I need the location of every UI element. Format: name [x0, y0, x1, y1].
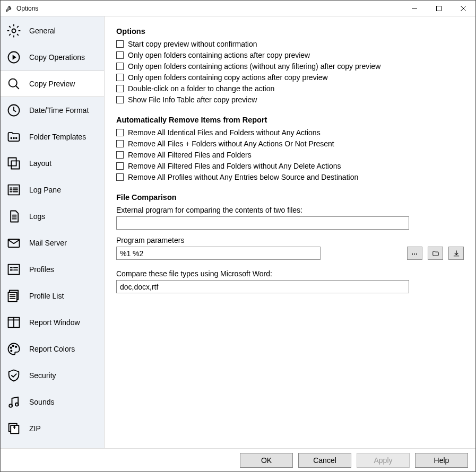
mail-server-icon	[6, 235, 22, 251]
sidebar-item-label: Folder Templates	[29, 133, 86, 141]
program-params-label: Program parameters	[116, 236, 321, 244]
logs-icon	[6, 208, 22, 224]
svg-rect-26	[8, 265, 20, 275]
cancel-button[interactable]: Cancel	[298, 453, 351, 468]
ellipsis-icon: …	[411, 249, 418, 256]
sidebar-item-zip[interactable]: ZIP	[1, 415, 104, 442]
sidebar-item-label: Log Pane	[29, 186, 61, 194]
ok-button[interactable]: OK	[240, 453, 293, 468]
sounds-icon	[6, 394, 22, 410]
option-check-row: Show File Info Table after copy preview	[116, 95, 464, 104]
autoremove-check-row: Remove All Identical Files and Folders w…	[116, 128, 464, 137]
report-colors-icon	[6, 341, 22, 357]
sidebar-item-logs[interactable]: Logs	[1, 203, 104, 230]
maximize-button[interactable]	[427, 1, 451, 16]
browse-button[interactable]	[428, 247, 443, 260]
autoremove-check-row: Remove All Files + Folders without Any A…	[116, 139, 464, 148]
zip-icon	[6, 421, 22, 436]
sidebar-item-report-colors[interactable]: Report Colors	[1, 336, 104, 362]
sidebar-item-log-pane[interactable]: Log Pane	[1, 177, 104, 203]
program-params-input[interactable]	[116, 247, 321, 260]
content-panel: Options Start copy preview without confi…	[105, 16, 475, 448]
help-button[interactable]: Help	[415, 453, 468, 468]
option-check-label: Double-click on a folder to change the a…	[128, 84, 274, 93]
sidebar-item-label: Security	[29, 371, 56, 380]
autoremove-check-checkbox-1[interactable]	[116, 140, 124, 147]
close-button[interactable]	[451, 1, 475, 16]
option-check-row: Start copy preview without confirmation	[116, 40, 464, 48]
svg-rect-29	[10, 269, 13, 270]
option-check-label: Start copy preview without confirmation	[128, 40, 257, 48]
autoremove-check-checkbox-3[interactable]	[116, 162, 124, 170]
svg-point-44	[15, 403, 19, 406]
minimize-button[interactable]	[402, 1, 427, 16]
svg-rect-27	[10, 267, 13, 268]
option-check-checkbox-5[interactable]	[116, 96, 124, 103]
svg-line-8	[16, 86, 19, 89]
svg-point-12	[16, 137, 17, 138]
sidebar-item-layout[interactable]: Layout	[1, 150, 104, 177]
window-title: Options	[16, 5, 402, 12]
option-check-checkbox-0[interactable]	[116, 40, 124, 48]
option-check-row: Only open folders containing actions (wi…	[116, 62, 464, 71]
option-check-checkbox-3[interactable]	[116, 74, 124, 81]
svg-point-42	[11, 350, 12, 351]
option-check-row: Double-click on a folder to change the a…	[116, 84, 464, 93]
sidebar-item-label: Copy Preview	[29, 80, 75, 88]
sidebar-item-security[interactable]: Security	[1, 362, 104, 389]
folder-icon	[431, 250, 440, 257]
option-check-label: Only open folders containing actions aft…	[128, 51, 310, 59]
option-check-checkbox-2[interactable]	[116, 63, 124, 70]
sidebar-item-label: General	[29, 27, 56, 35]
copy-preview-icon	[6, 76, 22, 92]
word-types-input[interactable]	[116, 280, 409, 293]
sidebar-item-profile-list[interactable]: Profile List	[1, 283, 104, 309]
autoremove-check-checkbox-0[interactable]	[116, 129, 124, 136]
sidebar-item-label: ZIP	[29, 424, 41, 433]
autoremove-check-checkbox-2[interactable]	[116, 151, 124, 159]
sidebar-item-label: Report Window	[29, 318, 80, 327]
sidebar-item-label: Date/Time Format	[29, 106, 89, 115]
download-button[interactable]	[448, 247, 464, 260]
autoremove-check-row: Remove All Filtered Files and Folders wi…	[116, 162, 464, 170]
sidebar-item-profiles[interactable]: Profiles	[1, 256, 104, 283]
sidebar-item-report-window[interactable]: Report Window	[1, 309, 104, 336]
sidebar-item-datetime-format[interactable]: Date/Time Format	[1, 97, 104, 124]
insert-token-button[interactable]: …	[407, 247, 422, 260]
option-check-row: Only open folders containing copy action…	[116, 73, 464, 82]
sidebar-item-folder-templates[interactable]: Folder Templates	[1, 124, 104, 150]
svg-point-40	[13, 345, 14, 346]
sidebar-item-label: Report Colors	[29, 345, 75, 353]
section-title-filecompare: File Comparison	[116, 193, 464, 202]
autoremove-check-label: Remove All Identical Files and Folders w…	[128, 128, 321, 137]
wrench-icon	[5, 4, 13, 13]
autoremove-check-label: Remove All Files + Folders without Any A…	[128, 139, 334, 148]
sidebar-item-label: Copy Operations	[29, 53, 85, 62]
svg-rect-14	[11, 161, 19, 169]
sidebar-item-general[interactable]: General	[1, 18, 104, 44]
main-area: GeneralCopy OperationsCopy PreviewDate/T…	[1, 16, 475, 448]
titlebar: Options	[1, 1, 475, 16]
autoremove-check-label: Remove All Profiles without Any Entries …	[128, 173, 358, 181]
section-title-autoremove: Automatically Remove Items from Report	[116, 116, 464, 124]
layout-icon	[6, 155, 22, 171]
sidebar-item-label: Sounds	[29, 398, 54, 406]
security-icon	[6, 368, 22, 383]
general-icon	[6, 23, 22, 39]
option-check-label: Only open folders containing copy action…	[128, 73, 328, 82]
sidebar-item-copy-operations[interactable]: Copy Operations	[1, 44, 104, 71]
autoremove-check-checkbox-4[interactable]	[116, 173, 124, 181]
svg-point-11	[13, 137, 14, 138]
autoremove-check-row: Remove All Profiles without Any Entries …	[116, 173, 464, 181]
option-check-label: Show File Info Table after copy preview	[128, 95, 257, 104]
log-pane-icon	[6, 182, 22, 198]
sidebar-item-mail-server[interactable]: Mail Server	[1, 230, 104, 256]
apply-button: Apply	[357, 453, 410, 468]
external-program-input[interactable]	[116, 216, 409, 230]
download-icon	[453, 250, 460, 257]
sidebar-item-copy-preview[interactable]: Copy Preview	[1, 71, 104, 97]
option-check-checkbox-4[interactable]	[116, 85, 124, 92]
option-check-checkbox-1[interactable]	[116, 51, 124, 59]
sidebar-item-sounds[interactable]: Sounds	[1, 389, 104, 415]
footer: OK Cancel Apply Help	[1, 448, 475, 471]
